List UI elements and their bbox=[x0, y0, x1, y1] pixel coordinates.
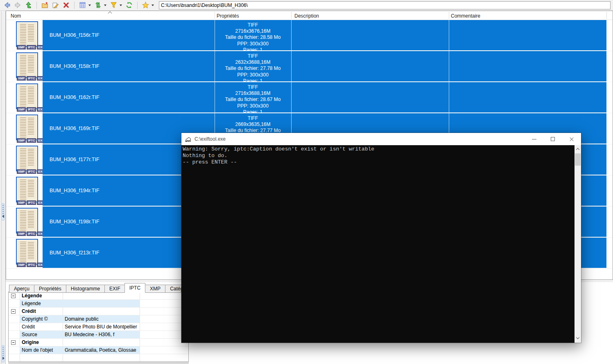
file-list-header: Nom Propriétés Description Commentaire bbox=[6, 11, 613, 20]
xmp-badge: XMP bbox=[17, 76, 26, 81]
thumbnail-zone: XMPIPTCEXIFICC bbox=[6, 207, 43, 237]
column-divider[interactable] bbox=[449, 12, 449, 19]
collapse-box-icon[interactable] bbox=[11, 340, 16, 345]
address-bar-input[interactable] bbox=[159, 1, 611, 9]
table-row[interactable]: XMPIPTCEXIFICC BUM_H306_f162r.TIF TIFF27… bbox=[6, 82, 613, 113]
filter-button[interactable] bbox=[109, 1, 118, 10]
delete-button[interactable] bbox=[61, 1, 71, 10]
iptc-field-row[interactable]: Source BU Medecine - H306, f bbox=[9, 331, 188, 339]
iptc-field-row[interactable]: Copyright © Domaine public bbox=[9, 315, 188, 323]
scroll-up-icon[interactable] bbox=[576, 148, 579, 151]
tab-xmp[interactable]: XMP bbox=[145, 285, 165, 293]
file-thumbnail[interactable] bbox=[16, 239, 38, 265]
manuscript-text-column bbox=[20, 242, 26, 261]
group-label: Crédit bbox=[22, 308, 36, 314]
view-mode-button[interactable] bbox=[78, 1, 87, 10]
xmp-badge: XMP bbox=[17, 107, 26, 112]
selected-row-highlight[interactable]: BUM_H306_f158r.TIF TIFF2632x3688,16MTail… bbox=[43, 51, 606, 81]
console-line: Nothing to do. bbox=[183, 153, 575, 159]
iptc-group-row[interactable]: Crédit bbox=[9, 308, 188, 315]
minimize-button[interactable] bbox=[525, 133, 543, 145]
tab-label: XMP bbox=[150, 286, 161, 292]
collapse-box-icon[interactable] bbox=[11, 294, 16, 298]
scrollbar-thumb[interactable] bbox=[575, 153, 581, 166]
view-mode-dropdown-caret[interactable] bbox=[88, 4, 91, 6]
file-thumbnail[interactable] bbox=[16, 208, 38, 234]
splitter-collapse-handle[interactable] bbox=[1, 345, 5, 362]
column-divider bbox=[449, 51, 449, 81]
console-titlebar[interactable]: C:\exiftool.exe bbox=[181, 133, 581, 145]
column-header-proprietes[interactable]: Propriétés bbox=[217, 13, 239, 19]
back-icon bbox=[4, 2, 11, 9]
collapse-box-icon[interactable] bbox=[11, 309, 16, 314]
tab-label: EXIF bbox=[109, 286, 120, 292]
tree-panel-splitter[interactable] bbox=[0, 11, 6, 364]
thumbnail-zone: XMPIPTCEXIFICC bbox=[6, 175, 43, 206]
filter-dropdown-caret[interactable] bbox=[120, 4, 122, 6]
file-thumbnail[interactable] bbox=[16, 115, 38, 140]
tab-apercu[interactable]: Aperçu bbox=[9, 285, 34, 293]
column-header-description[interactable]: Description bbox=[294, 13, 319, 19]
horizontal-scrollbar[interactable] bbox=[8, 362, 189, 364]
manuscript-text-column bbox=[28, 25, 34, 41]
file-thumbnail[interactable] bbox=[16, 83, 38, 109]
edit-button[interactable] bbox=[51, 1, 60, 10]
up-button[interactable] bbox=[24, 1, 33, 10]
iptc-group-row[interactable]: Origine bbox=[9, 339, 188, 346]
selected-row-highlight[interactable]: BUM_H306_f162r.TIF TIFF2716x3688,16MTail… bbox=[43, 82, 606, 112]
column-divider[interactable] bbox=[291, 12, 292, 19]
column-divider[interactable] bbox=[215, 12, 215, 19]
sort-button[interactable] bbox=[93, 1, 103, 10]
file-thumbnail[interactable] bbox=[16, 177, 38, 202]
iptc-badge: IPTC bbox=[27, 138, 36, 143]
scroll-down-icon[interactable] bbox=[576, 336, 579, 339]
metadata-tabs: Aperçu Propriétés Histogramme EXIF IPTC … bbox=[9, 283, 199, 293]
toolbar-separator bbox=[36, 2, 37, 9]
file-thumbnail[interactable] bbox=[16, 146, 38, 171]
console-output[interactable]: Warning: Sorry, iptc:Caption doesn't exi… bbox=[181, 145, 575, 343]
file-properties: TIFF2716x3676,16MTaille du fichier: 28.5… bbox=[215, 22, 291, 53]
splitter-collapse-handle[interactable] bbox=[1, 203, 5, 220]
file-name: BUM_H306_f198r.TIF bbox=[50, 219, 100, 225]
column-header-nom[interactable]: Nom bbox=[11, 13, 21, 19]
column-divider[interactable] bbox=[606, 12, 607, 19]
maximize-button[interactable] bbox=[543, 133, 562, 145]
table-row[interactable]: XMPIPTCEXIFICC BUM_H306_f156r.TIF TIFF27… bbox=[6, 20, 613, 51]
delete-icon bbox=[63, 2, 70, 9]
iptc-field-row[interactable]: Légende bbox=[9, 300, 188, 308]
favorites-dropdown-caret[interactable] bbox=[152, 4, 154, 6]
tab-histogramme[interactable]: Histogramme bbox=[66, 285, 104, 293]
iptc-badge: IPTC bbox=[27, 263, 36, 267]
iptc-badge: IPTC bbox=[27, 107, 36, 112]
file-thumbnail[interactable] bbox=[16, 52, 38, 78]
iptc-badge: IPTC bbox=[27, 169, 36, 174]
file-thumbnail[interactable] bbox=[16, 21, 38, 47]
close-button[interactable] bbox=[562, 133, 581, 145]
new-folder-button[interactable] bbox=[40, 1, 50, 10]
tab-iptc[interactable]: IPTC bbox=[124, 283, 145, 293]
table-row[interactable]: XMPIPTCEXIFICC BUM_H306_f158r.TIF TIFF26… bbox=[6, 51, 613, 82]
field-value: BU Medecine - H306, f bbox=[65, 332, 114, 337]
selected-row-highlight[interactable]: BUM_H306_f156r.TIF TIFF2716x3676,16MTail… bbox=[43, 20, 606, 50]
iptc-group-row[interactable]: Légende bbox=[9, 292, 188, 300]
back-button[interactable] bbox=[2, 1, 12, 10]
field-label: Copyright © bbox=[22, 316, 48, 322]
tab-exif[interactable]: EXIF bbox=[104, 285, 125, 293]
tab-label: Aperçu bbox=[14, 286, 29, 292]
filter-icon bbox=[110, 2, 117, 9]
iptc-badge: IPTC bbox=[27, 231, 36, 236]
sort-dropdown-caret[interactable] bbox=[104, 4, 106, 6]
tab-proprietes[interactable]: Propriétés bbox=[34, 285, 66, 293]
iptc-field-row[interactable]: Crédit Service Photo BIU de Montpellier bbox=[9, 323, 188, 331]
manuscript-text-column bbox=[20, 24, 26, 44]
file-property-line: 2716x3688,16M bbox=[215, 90, 291, 97]
favorites-button[interactable] bbox=[141, 1, 150, 10]
file-property-line: 2669x3635,16M bbox=[215, 121, 291, 128]
manuscript-text-column bbox=[20, 211, 26, 230]
iptc-field-row[interactable]: Nom de l'objet Grammaticalia, Poetica, G… bbox=[9, 346, 188, 354]
refresh-button[interactable] bbox=[124, 1, 134, 10]
column-header-commentaire[interactable]: Commentaire bbox=[451, 13, 480, 19]
file-property-line: PPP: 300x300 bbox=[215, 103, 291, 109]
console-scrollbar[interactable] bbox=[575, 145, 581, 343]
forward-button[interactable] bbox=[13, 1, 23, 10]
